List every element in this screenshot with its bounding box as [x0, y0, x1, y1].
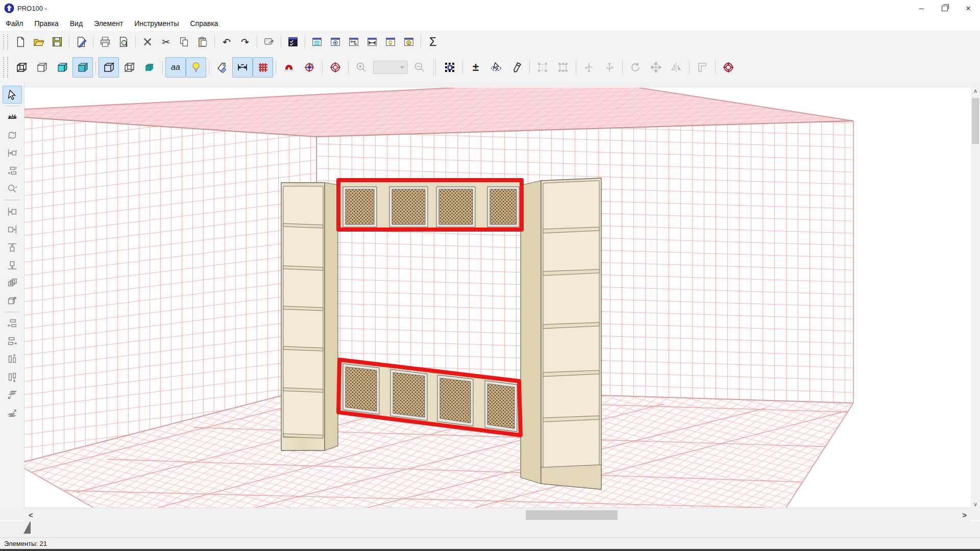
- add-remove-button[interactable]: ±: [465, 57, 486, 78]
- edges-contour-button[interactable]: [99, 57, 119, 78]
- draw-pen-button[interactable]: [506, 57, 527, 78]
- window-title: PRO100 -: [17, 5, 47, 12]
- snap-center-button[interactable]: [299, 57, 320, 78]
- group-stack-tool[interactable]: [3, 274, 22, 292]
- properties-button[interactable]: [260, 33, 278, 51]
- edges-none-button[interactable]: [139, 57, 160, 78]
- pull-front-tool[interactable]: [3, 404, 22, 421]
- mirror-button[interactable]: [666, 57, 687, 78]
- contour-tool[interactable]: [3, 126, 22, 144]
- align-right-tool[interactable]: [3, 220, 22, 238]
- align-top-tool[interactable]: [3, 238, 22, 256]
- push-back-tool[interactable]: [3, 386, 22, 404]
- sum-report-button[interactable]: Σ: [424, 33, 442, 51]
- view-wireframe-button[interactable]: [11, 57, 32, 78]
- top-cabinet-row[interactable]: [338, 180, 522, 230]
- panel-preview-button[interactable]: [326, 33, 345, 51]
- menu-element[interactable]: Элемент: [88, 17, 129, 30]
- align-left-tool[interactable]: [3, 203, 22, 220]
- menu-view[interactable]: Вид: [64, 17, 88, 30]
- vertical-scroll-thumb[interactable]: [972, 98, 979, 144]
- report-edit-button[interactable]: [72, 33, 90, 51]
- menu-edit[interactable]: Правка: [29, 17, 64, 30]
- extend-cube-tool[interactable]: [3, 292, 22, 310]
- grid-button[interactable]: [253, 57, 273, 78]
- copy-button[interactable]: [175, 33, 193, 51]
- panel-price-button[interactable]: 1: [400, 33, 418, 51]
- scroll-down-arrow-icon[interactable]: ∨: [973, 501, 977, 508]
- flip-axis-2-button[interactable]: [599, 57, 620, 78]
- save-button[interactable]: [48, 33, 66, 51]
- paste-button[interactable]: [193, 33, 212, 51]
- right-bookcase[interactable]: [521, 178, 601, 489]
- zoom-tool[interactable]: [3, 180, 22, 197]
- zoom-level-combo[interactable]: [373, 61, 408, 74]
- undo-button[interactable]: ↶: [217, 33, 236, 51]
- rotate-cursor-button[interactable]: [486, 57, 506, 78]
- toolbar-view: aa ±: [0, 53, 980, 82]
- view-white-button[interactable]: [32, 57, 52, 78]
- view-color-button[interactable]: [52, 57, 72, 78]
- redo-button[interactable]: ↷: [236, 33, 254, 51]
- align-bottom-tool[interactable]: [3, 256, 22, 274]
- horizontal-scrollbar[interactable]: < >: [24, 508, 971, 522]
- select-frame-filled-button[interactable]: [553, 57, 573, 78]
- menu-help[interactable]: Справка: [184, 17, 224, 30]
- rotate-button[interactable]: [625, 57, 646, 78]
- edges-wire-button[interactable]: [119, 57, 139, 78]
- panel-materials-button[interactable]: [308, 33, 326, 51]
- open-folder-button[interactable]: [30, 33, 48, 51]
- cut-button[interactable]: ✂: [157, 33, 175, 51]
- panel-dimensions-button[interactable]: [363, 33, 381, 51]
- distribute-tool[interactable]: [3, 162, 22, 180]
- menu-bar: Файл Правка Вид Элемент Инструменты Спра…: [0, 16, 980, 31]
- pattern-select-button[interactable]: [439, 57, 460, 78]
- price-tag-button[interactable]: [212, 57, 232, 78]
- close-button[interactable]: ✕: [957, 0, 980, 16]
- snap-magnet-button[interactable]: [279, 57, 299, 78]
- left-bookcase[interactable]: [281, 183, 338, 450]
- maximize-button[interactable]: [933, 0, 957, 16]
- panel-structure-button[interactable]: [345, 33, 363, 51]
- move-right-tool[interactable]: [3, 332, 22, 350]
- lighting-bulb-button[interactable]: [186, 57, 206, 78]
- center-view-button[interactable]: [325, 57, 346, 78]
- palette-divider: [5, 312, 20, 312]
- cut-element-tool[interactable]: [3, 108, 22, 126]
- print-preview-button[interactable]: [114, 33, 133, 51]
- select-cursor-tool[interactable]: [3, 86, 22, 104]
- new-document-button[interactable]: [11, 33, 30, 51]
- divider: [93, 35, 93, 48]
- zoom-out-button[interactable]: [409, 57, 430, 78]
- toolbar-drag-handle[interactable]: [3, 57, 8, 77]
- 3d-viewport[interactable]: [24, 88, 971, 508]
- divider: [305, 35, 305, 48]
- move-up-tool[interactable]: [3, 350, 22, 368]
- scroll-up-arrow-icon[interactable]: ∧: [973, 88, 977, 94]
- labels-aa-button[interactable]: aa: [165, 57, 186, 78]
- toolbar-drag-handle[interactable]: [3, 34, 8, 50]
- menu-file[interactable]: Файл: [0, 17, 29, 30]
- corner-join-button[interactable]: [692, 57, 713, 78]
- print-button[interactable]: [96, 33, 114, 51]
- menu-tools[interactable]: Инструменты: [129, 17, 184, 30]
- move-button[interactable]: [646, 57, 666, 78]
- scroll-right-arrow-icon[interactable]: >: [958, 511, 971, 519]
- panel-lighting-button[interactable]: [381, 33, 400, 51]
- vertical-scrollbar[interactable]: ∧ ∨: [971, 88, 980, 508]
- delete-button[interactable]: [138, 33, 157, 51]
- elements-count: Элементы: 21: [4, 540, 47, 547]
- select-frame-button[interactable]: [532, 57, 553, 78]
- minimize-button[interactable]: ─: [910, 0, 933, 16]
- dimensions-button[interactable]: [232, 57, 253, 78]
- zoom-in-button[interactable]: [351, 57, 372, 78]
- move-down-tool[interactable]: [3, 368, 22, 386]
- project-checklist-button[interactable]: [284, 33, 302, 51]
- horizontal-scroll-thumb[interactable]: [526, 510, 618, 520]
- center-target-button[interactable]: [718, 57, 739, 78]
- distance-tool[interactable]: [3, 144, 22, 162]
- view-textured-button[interactable]: [72, 57, 93, 78]
- scroll-left-arrow-icon[interactable]: <: [24, 511, 37, 519]
- move-left-tool[interactable]: [3, 314, 22, 332]
- flip-axis-1-button[interactable]: [579, 57, 599, 78]
